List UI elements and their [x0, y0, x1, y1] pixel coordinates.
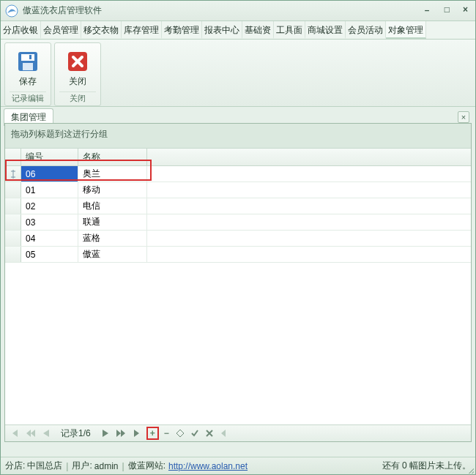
resize-grip-icon[interactable] [466, 466, 474, 474]
ribbon: 保存记录编辑关闭关闭 [1, 40, 475, 107]
table-row[interactable]: 06奥兰 [5, 166, 471, 182]
menu-item[interactable]: 考勤管理 [162, 21, 202, 39]
nav-commit-icon[interactable] [189, 428, 201, 438]
minimize-button[interactable]: － [420, 3, 434, 18]
app-title: 傲蓝洗衣店管理软件 [23, 4, 420, 17]
column-indicator [5, 149, 21, 165]
svg-rect-4 [29, 55, 31, 59]
menu-item[interactable]: 报表中心 [202, 21, 242, 39]
close-x-icon [65, 49, 90, 74]
menu-item[interactable]: 移交衣物 [81, 21, 122, 39]
cell-name[interactable]: 联通 [78, 214, 147, 230]
ribbon-group: 关闭关闭 [54, 42, 101, 106]
nav-edit-icon[interactable] [174, 428, 186, 438]
status-user-value: admin [94, 461, 119, 471]
status-store-value: 中国总店 [27, 460, 62, 472]
menu-item[interactable]: 基础资 [242, 21, 274, 39]
grid-header: 编号 名称 [5, 149, 471, 166]
cell-name[interactable]: 电信 [78, 198, 147, 214]
nav-first-icon[interactable] [8, 428, 21, 438]
row-indicator-icon [5, 182, 21, 198]
status-store-label: 分店: [5, 460, 25, 472]
nav-next-icon[interactable] [100, 428, 111, 438]
app-logo-icon [5, 4, 18, 18]
ribbon-button-label: 关闭 [69, 75, 86, 88]
nav-next-page-icon[interactable] [114, 428, 127, 438]
column-id[interactable]: 编号 [21, 149, 78, 165]
row-indicator-icon [5, 231, 21, 246]
svg-rect-2 [21, 54, 34, 61]
row-indicator-icon [5, 198, 21, 214]
table-row[interactable]: 02电信 [5, 198, 471, 214]
status-user-label: 用户: [72, 460, 92, 472]
save-icon [15, 49, 40, 74]
group-by-hint[interactable]: 拖动列标题到这进行分组 [5, 124, 471, 149]
svg-rect-3 [23, 63, 33, 70]
cell-id[interactable]: 03 [21, 214, 78, 230]
plus-icon: + [148, 428, 157, 438]
menu-item[interactable]: 商城设置 [305, 21, 346, 39]
status-site-link[interactable]: http://www.aolan.net [168, 461, 248, 471]
cell-id[interactable]: 02 [21, 198, 78, 214]
record-navigator: 记录1/6 + − [5, 424, 471, 441]
window-close-button[interactable]: × [460, 3, 471, 18]
column-spacer [147, 149, 471, 165]
cell-name[interactable]: 傲蓝 [78, 247, 147, 262]
statusbar: 分店: 中国总店 | 用户: admin | 傲蓝网站: http://www.… [1, 457, 475, 474]
titlebar: 傲蓝洗衣店管理软件 － □ × [1, 1, 475, 21]
status-site-label: 傲蓝网站: [128, 460, 166, 472]
nav-prev-page-icon[interactable] [24, 428, 37, 438]
cell-id[interactable]: 05 [21, 247, 78, 262]
row-indicator-icon [5, 214, 21, 230]
nav-add-button[interactable]: + [146, 427, 159, 440]
cell-name[interactable]: 奥兰 [78, 166, 147, 182]
nav-record-label: 记录1/6 [55, 426, 97, 441]
grid-panel: 拖动列标题到这进行分组 编号 名称 06奥兰01移动02电信03联通04蓝格05… [4, 123, 472, 442]
app-window: 傲蓝洗衣店管理软件 － □ × 分店收银会员管理移交衣物库存管理考勤管理报表中心… [0, 0, 476, 475]
nav-cancel-icon[interactable] [204, 428, 215, 438]
menu-item[interactable]: 库存管理 [122, 21, 162, 39]
cell-name[interactable]: 蓝格 [78, 231, 147, 246]
close-button[interactable]: 关闭 [59, 47, 96, 90]
column-name[interactable]: 名称 [78, 149, 147, 165]
grid-body: 06奥兰01移动02电信03联通04蓝格05傲蓝 [5, 166, 471, 263]
table-row[interactable]: 05傲蓝 [5, 247, 471, 263]
tab-close-button[interactable]: × [458, 111, 469, 123]
status-upload-info: 还有 0 幅图片未上传。 [382, 460, 471, 472]
maximize-button[interactable]: □ [442, 3, 453, 18]
nav-delete-button[interactable]: − [162, 427, 171, 440]
ribbon-group-caption: 记录编辑 [10, 91, 46, 104]
row-indicator-icon [5, 166, 21, 182]
menu-item[interactable]: 分店收银 [1, 21, 41, 39]
table-row[interactable]: 01移动 [5, 182, 471, 198]
ribbon-group: 保存记录编辑 [4, 42, 51, 106]
main-menubar: 分店收银会员管理移交衣物库存管理考勤管理报表中心基础资工具面商城设置会员活动对象… [1, 21, 475, 40]
row-indicator-icon [5, 247, 21, 262]
menu-item[interactable]: 对象管理 [386, 21, 426, 39]
table-row[interactable]: 03联通 [5, 214, 471, 231]
menu-item[interactable]: 会员活动 [346, 21, 386, 39]
cell-id[interactable]: 04 [21, 231, 78, 246]
ribbon-group-caption: 关闭 [59, 91, 96, 104]
ribbon-button-label: 保存 [19, 75, 37, 88]
menu-item[interactable]: 工具面 [274, 21, 305, 39]
nav-last-icon[interactable] [130, 428, 144, 438]
cell-id[interactable]: 06 [21, 166, 78, 182]
menu-item[interactable]: 会员管理 [41, 21, 81, 39]
cell-id[interactable]: 01 [21, 182, 78, 198]
save-button[interactable]: 保存 [10, 47, 46, 90]
nav-prev-icon[interactable] [40, 428, 52, 438]
cell-name[interactable]: 移动 [78, 182, 147, 198]
table-row[interactable]: 04蓝格 [5, 231, 471, 247]
nav-scroll-left-icon[interactable] [218, 428, 228, 438]
